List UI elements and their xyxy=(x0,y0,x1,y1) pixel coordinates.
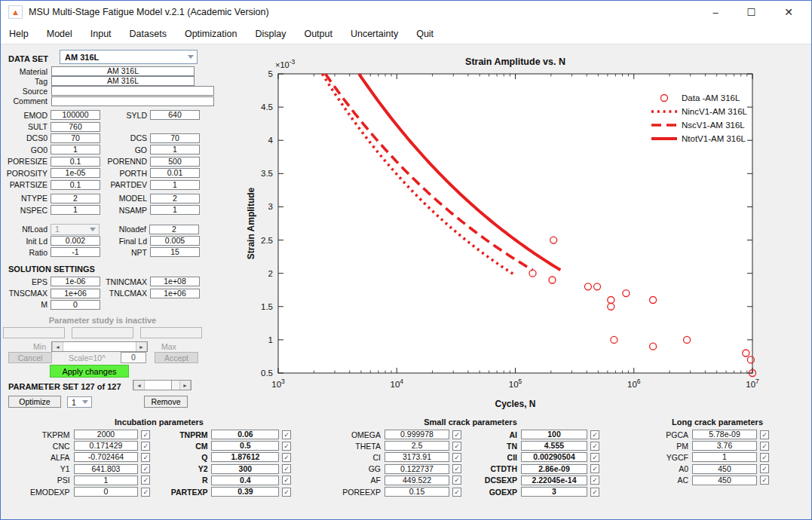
y1-field[interactable]: 641.803 xyxy=(74,464,139,474)
menu-item-uncertainty[interactable]: Uncertainty xyxy=(351,29,398,39)
tkprm-checkbox[interactable]: ✓ xyxy=(141,430,150,439)
goexp-checkbox[interactable]: ✓ xyxy=(590,488,599,497)
nspec-field[interactable]: 1 xyxy=(51,205,100,215)
cnc-checkbox[interactable]: ✓ xyxy=(141,442,150,451)
emodexp-checkbox[interactable]: ✓ xyxy=(141,488,150,497)
study-max-input[interactable] xyxy=(140,327,202,338)
tnprm-field[interactable]: 0.06 xyxy=(211,430,279,439)
slider-track[interactable] xyxy=(63,342,136,351)
theta-field[interactable]: 2.5 xyxy=(385,441,449,451)
tn-field[interactable]: 4.555 xyxy=(521,441,587,451)
menu-item-datasets[interactable]: Datasets xyxy=(130,29,167,39)
q-field[interactable]: 1.87612 xyxy=(211,452,279,462)
nloadef-field[interactable]: 2 xyxy=(149,225,199,234)
slider-left-arrow-icon[interactable]: ◄ xyxy=(133,381,145,390)
emod-field[interactable]: 100000 xyxy=(51,110,100,120)
ci-field[interactable]: 3173.91 xyxy=(385,452,449,462)
scale-input[interactable]: 0 xyxy=(121,352,146,363)
r-field[interactable]: 0.4 xyxy=(211,476,279,485)
nfload-dropdown[interactable]: 1 xyxy=(51,224,100,235)
alfa-checkbox[interactable]: ✓ xyxy=(141,453,150,462)
dcs-field[interactable]: 70 xyxy=(150,133,200,143)
pgca-checkbox[interactable]: ✓ xyxy=(760,430,769,439)
optimize-button[interactable]: Optimize xyxy=(8,396,61,408)
porosity-field[interactable]: 1e-05 xyxy=(51,168,100,178)
model-field[interactable]: 2 xyxy=(150,194,200,203)
cm-field[interactable]: 0.5 xyxy=(211,441,279,451)
slider-track[interactable] xyxy=(145,381,179,390)
ci-checkbox[interactable]: ✓ xyxy=(452,453,461,462)
gg-field[interactable]: 0.122737 xyxy=(385,464,449,474)
cm-checkbox[interactable]: ✓ xyxy=(282,442,291,451)
tag-field[interactable]: AM 316L xyxy=(51,76,195,86)
optimize-count-dropdown[interactable]: 1 xyxy=(67,396,92,408)
study-current-input[interactable] xyxy=(72,327,133,338)
slider-right-arrow-icon[interactable]: ► xyxy=(136,342,147,351)
pm-checkbox[interactable]: ✓ xyxy=(760,442,769,451)
tnscmax-field[interactable]: 1e+06 xyxy=(51,289,100,298)
af-checkbox[interactable]: ✓ xyxy=(452,476,461,485)
a0-checkbox[interactable]: ✓ xyxy=(760,464,769,473)
theta-checkbox[interactable]: ✓ xyxy=(452,442,461,451)
go-field[interactable]: 1 xyxy=(150,145,200,154)
y1-checkbox[interactable]: ✓ xyxy=(141,464,150,473)
ratio-field[interactable]: -1 xyxy=(51,247,100,257)
menu-item-display[interactable]: Display xyxy=(255,29,286,39)
eps-field[interactable]: 1e-06 xyxy=(51,277,100,286)
m-field[interactable]: 0 xyxy=(51,300,100,310)
dataset-dropdown[interactable]: AM 316L xyxy=(60,50,198,64)
gg-checkbox[interactable]: ✓ xyxy=(452,464,461,473)
partexp-checkbox[interactable]: ✓ xyxy=(282,488,291,497)
npt-field[interactable]: 15 xyxy=(150,247,200,257)
porth-field[interactable]: 0.01 xyxy=(150,168,200,178)
psi-field[interactable]: 1 xyxy=(74,476,139,485)
partexp-field[interactable]: 0.39 xyxy=(211,487,279,497)
menu-item-output[interactable]: Output xyxy=(304,29,332,39)
pm-field[interactable]: 3.76 xyxy=(692,441,757,451)
material-field[interactable]: AM 316L xyxy=(51,66,195,76)
ntype-field[interactable]: 2 xyxy=(51,194,100,203)
alfa-field[interactable]: -0.702464 xyxy=(74,452,139,462)
init-ld-field[interactable]: 0.002 xyxy=(51,236,100,246)
remove-button[interactable]: Remove xyxy=(144,396,188,408)
slider-left-arrow-icon[interactable]: ◄ xyxy=(52,342,63,351)
psi-checkbox[interactable]: ✓ xyxy=(141,476,150,485)
ac-checkbox[interactable]: ✓ xyxy=(760,476,769,485)
ai-field[interactable]: 100 xyxy=(521,430,587,439)
tn-checkbox[interactable]: ✓ xyxy=(590,442,599,451)
parameter-study-slider[interactable]: ◄ ► xyxy=(51,341,148,352)
dcsexp-checkbox[interactable]: ✓ xyxy=(590,476,599,485)
poreexp-checkbox[interactable]: ✓ xyxy=(452,488,461,497)
a0-field[interactable]: 450 xyxy=(692,464,757,474)
ygcf-checkbox[interactable]: ✓ xyxy=(760,453,769,462)
ac-field[interactable]: 450 xyxy=(692,476,757,485)
omega-field[interactable]: 0.999978 xyxy=(385,430,449,439)
tnincmax-field[interactable]: 1e+08 xyxy=(150,277,200,286)
minimize-button[interactable]: – xyxy=(712,7,718,18)
menu-item-model[interactable]: Model xyxy=(47,29,72,39)
menu-item-quit[interactable]: Quit xyxy=(416,29,434,39)
comment-field[interactable] xyxy=(51,96,214,106)
partdev-field[interactable]: 1 xyxy=(150,180,200,190)
cancel-button[interactable]: Cancel xyxy=(8,352,52,363)
go0-field[interactable]: 1 xyxy=(51,145,100,154)
tnlcmax-field[interactable]: 1e+06 xyxy=(150,289,200,298)
af-field[interactable]: 449.522 xyxy=(385,476,449,485)
close-button[interactable]: ✕ xyxy=(784,6,793,18)
dcs0-field[interactable]: 70 xyxy=(51,133,100,143)
poresize-field[interactable]: 0.1 xyxy=(51,157,100,167)
parameter-set-slider[interactable]: ◄ ► xyxy=(133,380,192,390)
omega-checkbox[interactable]: ✓ xyxy=(452,430,461,439)
porennd-field[interactable]: 500 xyxy=(150,157,200,167)
ctdth-checkbox[interactable]: ✓ xyxy=(590,464,599,473)
slider-thumb[interactable] xyxy=(171,381,179,390)
ctdth-field[interactable]: 2.86e-09 xyxy=(521,464,587,474)
pgca-field[interactable]: 5.78e-09 xyxy=(692,430,757,439)
cii-field[interactable]: 0.00290504 xyxy=(521,452,587,462)
sult-field[interactable]: 760 xyxy=(51,122,100,132)
ai-checkbox[interactable]: ✓ xyxy=(590,430,599,439)
y2-field[interactable]: 300 xyxy=(211,464,279,474)
r-checkbox[interactable]: ✓ xyxy=(282,476,291,485)
partsize-field[interactable]: 0.1 xyxy=(51,180,100,190)
dcsexp-field[interactable]: 2.22045e-14 xyxy=(521,476,587,485)
